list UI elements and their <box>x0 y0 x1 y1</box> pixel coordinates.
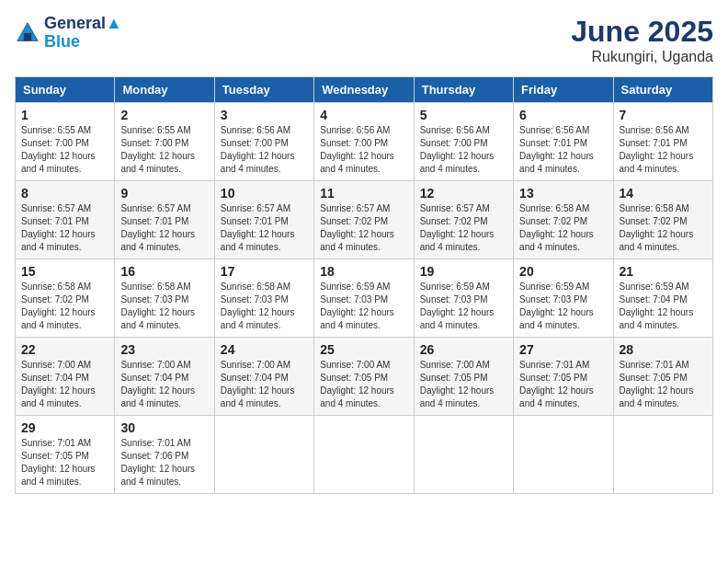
day-number: 21 <box>620 264 707 279</box>
logo-text: General▲ Blue <box>44 15 122 52</box>
day-info: Sunrise: 6:57 AMSunset: 7:01 PMDaylight:… <box>21 202 108 254</box>
day-info: Sunrise: 6:58 AMSunset: 7:03 PMDaylight:… <box>120 281 208 332</box>
calendar-cell: 1Sunrise: 6:55 AMSunset: 7:00 PMDaylight… <box>16 103 115 181</box>
day-number: 13 <box>519 186 607 201</box>
day-number: 5 <box>420 108 507 122</box>
day-number: 30 <box>120 420 208 435</box>
day-number: 16 <box>120 264 208 279</box>
calendar-cell: 4Sunrise: 6:56 AMSunset: 7:00 PMDaylight… <box>314 103 414 181</box>
day-number: 27 <box>519 342 607 357</box>
calendar-cell <box>214 416 313 494</box>
calendar-cell: 10Sunrise: 6:57 AMSunset: 7:01 PMDayligh… <box>214 181 313 259</box>
calendar-cell <box>514 416 613 494</box>
day-info: Sunrise: 6:59 AMSunset: 7:03 PMDaylight:… <box>420 281 507 332</box>
column-headers: SundayMondayTuesdayWednesdayThursdayFrid… <box>16 77 713 103</box>
day-info: Sunrise: 6:56 AMSunset: 7:00 PMDaylight:… <box>420 124 507 176</box>
calendar-week-1: 1Sunrise: 6:55 AMSunset: 7:00 PMDaylight… <box>16 103 713 181</box>
day-number: 2 <box>120 108 208 122</box>
column-header-tuesday: Tuesday <box>214 77 313 103</box>
day-number: 15 <box>21 264 108 279</box>
day-info: Sunrise: 7:01 AMSunset: 7:05 PMDaylight:… <box>21 437 108 488</box>
day-info: Sunrise: 6:58 AMSunset: 7:02 PMDaylight:… <box>519 202 607 254</box>
day-number: 24 <box>221 342 308 357</box>
day-info: Sunrise: 7:00 AMSunset: 7:04 PMDaylight:… <box>21 359 108 410</box>
calendar-subtitle: Rukungiri, Uganda <box>571 49 713 65</box>
day-info: Sunrise: 6:55 AMSunset: 7:00 PMDaylight:… <box>21 124 108 176</box>
calendar-cell: 26Sunrise: 7:00 AMSunset: 7:05 PMDayligh… <box>414 338 513 416</box>
day-number: 4 <box>320 108 407 122</box>
calendar-cell: 18Sunrise: 6:59 AMSunset: 7:03 PMDayligh… <box>314 259 414 338</box>
day-info: Sunrise: 7:01 AMSunset: 7:05 PMDaylight:… <box>620 359 707 410</box>
calendar-cell: 21Sunrise: 6:59 AMSunset: 7:04 PMDayligh… <box>613 259 712 338</box>
day-number: 6 <box>519 108 607 122</box>
calendar-cell: 14Sunrise: 6:58 AMSunset: 7:02 PMDayligh… <box>613 181 712 259</box>
day-info: Sunrise: 6:57 AMSunset: 7:01 PMDaylight:… <box>221 202 308 254</box>
column-header-thursday: Thursday <box>414 77 513 103</box>
day-number: 25 <box>320 342 407 357</box>
day-info: Sunrise: 6:56 AMSunset: 7:00 PMDaylight:… <box>320 124 407 176</box>
calendar-cell: 23Sunrise: 7:00 AMSunset: 7:04 PMDayligh… <box>115 338 214 416</box>
calendar-cell: 12Sunrise: 6:57 AMSunset: 7:02 PMDayligh… <box>414 181 513 259</box>
day-info: Sunrise: 7:00 AMSunset: 7:04 PMDaylight:… <box>221 359 308 410</box>
calendar-cell: 9Sunrise: 6:57 AMSunset: 7:01 PMDaylight… <box>115 181 214 259</box>
calendar-cell: 15Sunrise: 6:58 AMSunset: 7:02 PMDayligh… <box>16 259 115 338</box>
calendar-cell: 8Sunrise: 6:57 AMSunset: 7:01 PMDaylight… <box>16 181 115 259</box>
day-info: Sunrise: 6:59 AMSunset: 7:03 PMDaylight:… <box>320 281 407 332</box>
page-header: General▲ Blue June 2025 Rukungiri, Ugand… <box>15 15 713 65</box>
calendar-cell: 28Sunrise: 7:01 AMSunset: 7:05 PMDayligh… <box>613 338 712 416</box>
column-header-monday: Monday <box>115 77 214 103</box>
day-info: Sunrise: 6:57 AMSunset: 7:02 PMDaylight:… <box>320 202 407 254</box>
calendar-title: June 2025 <box>571 15 713 49</box>
calendar-cell: 3Sunrise: 6:56 AMSunset: 7:00 PMDaylight… <box>214 103 313 181</box>
column-header-saturday: Saturday <box>613 77 712 103</box>
day-info: Sunrise: 6:59 AMSunset: 7:04 PMDaylight:… <box>620 281 707 332</box>
day-info: Sunrise: 6:58 AMSunset: 7:02 PMDaylight:… <box>21 281 108 332</box>
svg-rect-2 <box>24 33 31 40</box>
calendar-cell: 27Sunrise: 7:01 AMSunset: 7:05 PMDayligh… <box>514 338 613 416</box>
logo-icon <box>15 20 40 46</box>
day-info: Sunrise: 6:59 AMSunset: 7:03 PMDaylight:… <box>519 281 607 332</box>
day-info: Sunrise: 6:56 AMSunset: 7:00 PMDaylight:… <box>221 124 308 176</box>
day-info: Sunrise: 7:01 AMSunset: 7:06 PMDaylight:… <box>120 437 208 488</box>
calendar-cell: 5Sunrise: 6:56 AMSunset: 7:00 PMDaylight… <box>414 103 513 181</box>
calendar-cell: 20Sunrise: 6:59 AMSunset: 7:03 PMDayligh… <box>514 259 613 338</box>
column-header-wednesday: Wednesday <box>314 77 414 103</box>
day-number: 10 <box>221 186 308 201</box>
day-info: Sunrise: 6:56 AMSunset: 7:01 PMDaylight:… <box>620 124 707 176</box>
day-number: 18 <box>320 264 407 279</box>
logo: General▲ Blue <box>15 15 122 52</box>
day-info: Sunrise: 6:57 AMSunset: 7:02 PMDaylight:… <box>420 202 507 254</box>
column-header-sunday: Sunday <box>16 77 115 103</box>
day-number: 22 <box>21 342 108 357</box>
calendar-cell: 13Sunrise: 6:58 AMSunset: 7:02 PMDayligh… <box>514 181 613 259</box>
day-number: 9 <box>120 186 208 201</box>
calendar-week-2: 8Sunrise: 6:57 AMSunset: 7:01 PMDaylight… <box>16 181 713 259</box>
calendar-cell: 2Sunrise: 6:55 AMSunset: 7:00 PMDaylight… <box>115 103 214 181</box>
calendar-cell: 19Sunrise: 6:59 AMSunset: 7:03 PMDayligh… <box>414 259 513 338</box>
calendar-cell <box>414 416 513 494</box>
day-info: Sunrise: 7:00 AMSunset: 7:04 PMDaylight:… <box>120 359 208 410</box>
day-info: Sunrise: 6:58 AMSunset: 7:02 PMDaylight:… <box>620 202 707 254</box>
day-number: 7 <box>620 108 707 122</box>
title-area: June 2025 Rukungiri, Uganda <box>571 15 713 65</box>
day-info: Sunrise: 6:57 AMSunset: 7:01 PMDaylight:… <box>120 202 208 254</box>
day-number: 3 <box>221 108 308 122</box>
calendar-week-4: 22Sunrise: 7:00 AMSunset: 7:04 PMDayligh… <box>16 338 713 416</box>
day-info: Sunrise: 7:01 AMSunset: 7:05 PMDaylight:… <box>519 359 607 410</box>
day-info: Sunrise: 6:56 AMSunset: 7:01 PMDaylight:… <box>519 124 607 176</box>
calendar-cell: 7Sunrise: 6:56 AMSunset: 7:01 PMDaylight… <box>613 103 712 181</box>
day-info: Sunrise: 6:55 AMSunset: 7:00 PMDaylight:… <box>120 124 208 176</box>
day-number: 1 <box>21 108 108 122</box>
calendar-table: SundayMondayTuesdayWednesdayThursdayFrid… <box>15 76 713 494</box>
calendar-cell <box>613 416 712 494</box>
calendar-cell: 25Sunrise: 7:00 AMSunset: 7:05 PMDayligh… <box>314 338 414 416</box>
day-number: 11 <box>320 186 407 201</box>
day-number: 26 <box>420 342 507 357</box>
calendar-cell: 22Sunrise: 7:00 AMSunset: 7:04 PMDayligh… <box>16 338 115 416</box>
day-number: 17 <box>221 264 308 279</box>
calendar-week-5: 29Sunrise: 7:01 AMSunset: 7:05 PMDayligh… <box>16 416 713 494</box>
calendar-cell <box>314 416 414 494</box>
day-number: 23 <box>120 342 208 357</box>
column-header-friday: Friday <box>514 77 613 103</box>
calendar-cell: 29Sunrise: 7:01 AMSunset: 7:05 PMDayligh… <box>16 416 115 494</box>
